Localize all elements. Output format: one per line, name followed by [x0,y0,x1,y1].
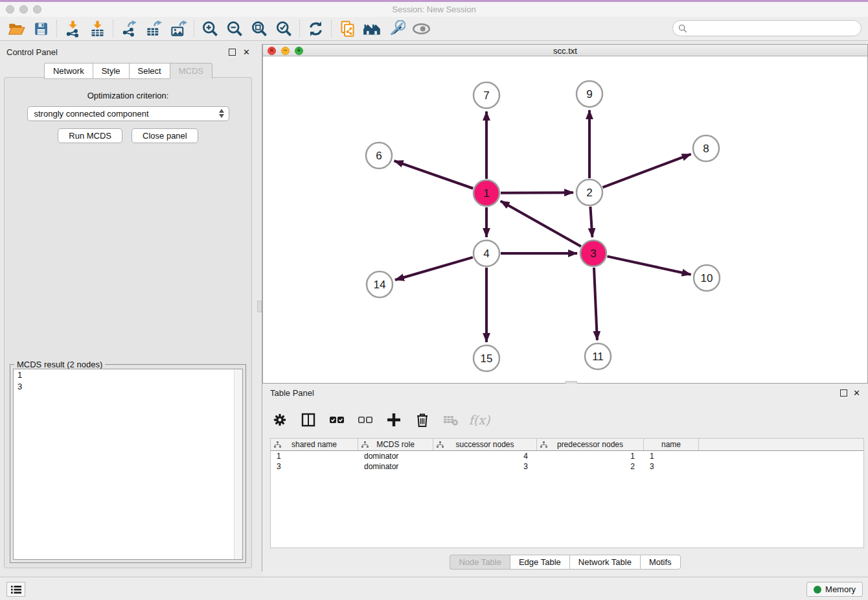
tab-node-table[interactable]: Node Table [450,555,510,570]
export-image-icon [170,20,187,38]
memory-button[interactable]: Memory [806,582,863,597]
memory-status-icon [814,586,821,594]
network-canvas[interactable]: 7968124314101511 [263,56,867,383]
column-header-label: name [661,440,681,449]
zoom-selected-button[interactable] [271,19,296,38]
clear-checks-button[interactable] [356,410,375,430]
table-cell[interactable]: 3 [433,461,537,472]
edge-2-8[interactable] [603,154,691,187]
mcds-result-group: MCDS result (2 nodes) 13 [10,364,246,563]
tab-select[interactable]: Select [129,63,170,79]
mcds-result-item[interactable]: 1 [14,369,242,381]
network-window-titlebar[interactable]: ✕ − + scc.txt [263,45,867,56]
table-cell[interactable]: 1 [644,451,699,461]
table-row[interactable]: 3dominator323 [271,461,863,472]
zoom-fit-icon [251,20,268,38]
table-close-panel-icon[interactable]: ✕ [853,388,860,398]
node-label-3: 3 [590,248,596,260]
edge-1-2[interactable] [501,192,573,193]
hide-style-button[interactable] [384,19,409,38]
float-panel-icon[interactable] [229,49,236,56]
open-session-button[interactable] [4,19,29,38]
table-cell[interactable]: 2 [537,461,644,472]
edge-3-11[interactable] [594,268,597,340]
table-float-panel-icon[interactable] [840,389,847,397]
show-style-icon [412,19,431,38]
clone-network-button[interactable] [335,19,360,38]
attribute-type-icon [274,441,281,448]
select-all-checks-button[interactable] [327,410,347,430]
table-cell[interactable]: dominator [358,461,433,472]
gear-button[interactable] [270,410,290,430]
table-cell[interactable]: 4 [433,451,537,461]
table-cell[interactable]: 3 [644,461,699,472]
edge-4-14[interactable] [395,257,473,280]
tab-style[interactable]: Style [93,63,129,79]
window-titlebar: Session: New Session [0,2,868,17]
tab-network[interactable]: Network [44,63,93,79]
open-session-icon [8,20,25,38]
search-field[interactable] [672,20,862,36]
zoom-in-icon [201,20,219,38]
zoom-fit-button[interactable] [247,19,271,38]
column-header-shared-name[interactable]: shared name [271,439,358,450]
export-table-button[interactable] [141,19,166,38]
mcds-result-list[interactable]: 13 [13,369,243,560]
export-image-button[interactable] [166,19,190,38]
column-header-name[interactable]: name [644,439,699,450]
node-label-9: 9 [586,88,592,100]
edge-1-6[interactable] [394,161,474,188]
table-cell[interactable]: dominator [358,451,433,461]
zoom-in-button[interactable] [198,19,222,38]
node-table[interactable]: shared nameMCDS rolesuccessor nodesprede… [270,438,864,548]
delete-table-button[interactable] [441,410,461,430]
first-neighbors-button[interactable] [360,19,384,38]
table-row[interactable]: 1dominator411 [271,451,863,461]
edge-3-10[interactable] [607,257,691,275]
attribute-type-icon [361,441,369,448]
table-panel: Table Panel ✕ [262,384,868,577]
status-bar: Memory [0,577,868,600]
import-table-button[interactable] [85,19,109,38]
save-session-button[interactable] [29,19,53,38]
show-style-button[interactable] [409,19,433,38]
gear-icon [273,413,287,427]
function-builder-button[interactable]: f(x) [470,410,489,430]
search-input[interactable] [690,23,861,33]
import-network-button[interactable] [60,19,85,38]
column-header-predecessor-nodes[interactable]: predecessor nodes [537,439,644,450]
tab-mcds[interactable]: MCDS [170,63,212,79]
delete-column-button[interactable] [413,410,432,430]
split-column-button[interactable] [299,410,318,430]
criterion-select[interactable]: strongly connected component [27,106,229,121]
table-cell[interactable]: 3 [271,461,358,472]
tab-motifs[interactable]: Motifs [640,555,681,570]
edge-3-1[interactable] [501,201,581,246]
mcds-result-item[interactable]: 3 [14,381,242,393]
add-column-button[interactable] [384,410,404,430]
column-header-successor-nodes[interactable]: successor nodes [433,439,537,450]
refresh-layout-button[interactable] [303,19,328,38]
task-history-button[interactable] [6,582,25,597]
edge-2-3[interactable] [590,207,592,237]
export-network-icon [120,20,138,38]
table-cell[interactable]: 1 [537,451,644,461]
add-column-icon [386,412,402,428]
close-panel-icon[interactable]: ✕ [243,47,250,57]
network-graph[interactable]: 7968124314101511 [263,56,867,383]
network-window-title: scc.txt [263,46,867,56]
tab-network-table[interactable]: Network Table [569,555,640,570]
pane-divider-handle[interactable] [257,301,262,312]
column-header-MCDS-role[interactable]: MCDS role [358,439,433,450]
tab-edge-table[interactable]: Edge Table [510,555,569,570]
zoom-out-button[interactable] [222,19,247,38]
close-panel-button[interactable]: Close panel [131,128,198,143]
hide-style-icon [388,20,405,38]
node-label-6: 6 [376,150,382,162]
window-title: Session: New Session [0,5,868,14]
table-cell[interactable]: 1 [271,451,358,461]
refresh-layout-icon [307,20,325,38]
run-mcds-button[interactable]: Run MCDS [58,128,122,143]
export-network-button[interactable] [117,19,141,38]
mcds-result-scrollbar[interactable] [234,369,242,559]
